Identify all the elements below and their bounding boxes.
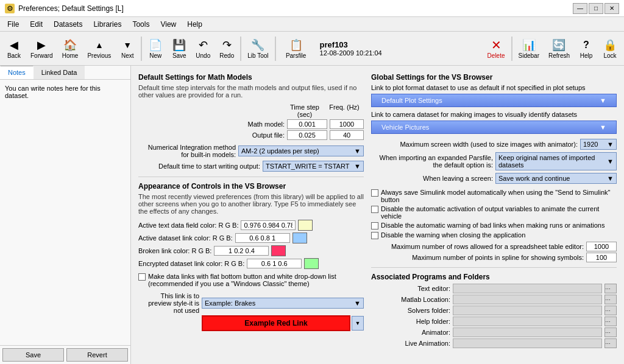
app-icon: ⚙ (5, 4, 15, 13)
red-link-dropdown-arrow[interactable]: ▼ (352, 316, 364, 331)
broken-link-color-input[interactable] (214, 246, 269, 256)
right-content: Global Settings for the VS Browser Link … (371, 73, 617, 357)
importing-dropdown[interactable]: Keep original names of imported datasets… (495, 152, 617, 170)
leaving-value: Save work and continue (498, 175, 570, 182)
parsfile-label: Parsfile (286, 52, 306, 59)
simulink-checkbox[interactable] (371, 189, 378, 197)
output-file-time-step[interactable] (287, 130, 327, 140)
undo-icon: ↶ (196, 38, 210, 52)
max-rows-input[interactable] (586, 242, 617, 251)
back-button[interactable]: ◀ Back (2, 33, 26, 64)
associated-programs-title: Associated Programs and Folders (371, 273, 617, 281)
active-text-color-input[interactable] (241, 220, 296, 230)
color-row-2: Active dataset link color: R G B: (138, 233, 364, 243)
help-button[interactable]: ? Help (575, 33, 598, 64)
help-label: Help (580, 52, 593, 59)
live-animation-row: Live Animation: … (371, 338, 617, 348)
max-points-label: Maximum number of points in spline for s… (371, 254, 584, 261)
default-settings-title: Default Settings for Math Models (138, 73, 364, 82)
preview-example-dropdown[interactable]: Example: Brakes ▼ (202, 298, 364, 309)
redo-button[interactable]: ↷ Redo (215, 33, 238, 64)
divider-2 (371, 267, 617, 268)
bad-links-checkbox[interactable] (371, 222, 378, 229)
animator-browse[interactable]: … (604, 327, 617, 337)
new-button[interactable]: 📄 New (144, 33, 167, 64)
math-model-time-step[interactable] (287, 119, 327, 129)
bottom-buttons: Save Revert (0, 345, 130, 364)
refresh-label: Refresh (548, 52, 570, 59)
red-link-button[interactable]: Example Red Link (202, 315, 350, 331)
left-panel: Notes Linked Data You can write notes he… (0, 66, 131, 364)
active-dataset-color-swatch (292, 233, 307, 243)
save-bottom-button[interactable]: Save (2, 348, 64, 362)
next-label: Next (121, 52, 134, 59)
closing-warning-checkbox[interactable] (371, 232, 378, 239)
preview-example-value: Example: Brakes (205, 299, 255, 307)
default-plot-settings-label: Default Plot Settings (381, 97, 442, 104)
help-folder-browse[interactable]: … (604, 317, 617, 326)
delete-label: Delete (488, 52, 505, 59)
content-area: Default Settings for Math Models Default… (131, 66, 624, 364)
maximize-button[interactable]: □ (589, 3, 603, 14)
menu-datasets[interactable]: Datasets (49, 19, 87, 30)
encrypted-link-color-input[interactable] (247, 259, 302, 268)
previous-label: Previous (87, 52, 111, 59)
menu-view[interactable]: View (155, 19, 181, 30)
solvers-browse[interactable]: … (604, 306, 617, 315)
output-file-freq[interactable] (330, 130, 364, 140)
menu-edit[interactable]: Edit (25, 19, 48, 30)
encrypted-link-color-swatch (304, 258, 319, 269)
vehicle-pictures-button[interactable]: Vehicle Pictures ▼ (371, 121, 617, 134)
save-label: Save (172, 52, 186, 59)
libtool-label: Lib Tool (247, 52, 268, 59)
refresh-button[interactable]: 🔄 Refresh (544, 33, 574, 64)
dropdown-arrow: ▼ (354, 147, 361, 155)
text-editor-browse[interactable]: … (604, 284, 617, 293)
default-time-dropdown[interactable]: TSTART_WRITE = TSTART ▼ (263, 161, 364, 172)
active-dataset-color-input[interactable] (235, 233, 290, 243)
libtool-button[interactable]: 🔧 Lib Tool (243, 33, 272, 64)
revert-button[interactable]: Revert (66, 348, 128, 362)
home-icon: 🏠 (63, 38, 77, 52)
text-editor-label: Text editor: (371, 285, 450, 292)
flat-button-checkbox[interactable] (138, 273, 146, 281)
math-model-freq[interactable] (330, 119, 364, 129)
col-freq: Freq. (Hz) (326, 103, 363, 118)
output-variables-checkbox[interactable] (371, 206, 378, 213)
default-plot-settings-button[interactable]: Default Plot Settings ▼ (371, 94, 617, 107)
max-points-input[interactable] (586, 253, 617, 262)
save-icon: 💾 (172, 38, 186, 52)
color-row-3: Broken link color: R G B: (138, 245, 364, 256)
menu-file[interactable]: File (2, 19, 24, 30)
encrypted-link-color-label: Encrypted dataset link color: R G B: (138, 260, 244, 267)
delete-button[interactable]: ✕ Delete (483, 33, 509, 64)
new-label: New (149, 52, 161, 59)
next-button[interactable]: ▼ Next (116, 33, 139, 64)
undo-button[interactable]: ↶ Undo (191, 33, 214, 64)
parsfile-button[interactable]: 📋 Parsfile (278, 33, 314, 64)
simulink-label: Always save Simulink model automatically… (381, 189, 617, 203)
max-screen-dropdown[interactable]: 1920 ▼ (580, 139, 617, 150)
active-text-color-label: Active text data field color: R G B: (138, 222, 238, 229)
home-button[interactable]: 🏠 Home (58, 33, 83, 64)
tab-notes[interactable]: Notes (0, 66, 34, 79)
forward-button[interactable]: ▶ Forward (26, 33, 57, 64)
lock-button[interactable]: 🔒 Lock (598, 33, 622, 64)
numerical-integration-dropdown[interactable]: AM-2 (2 updates per step) ▼ (238, 145, 364, 156)
active-dataset-color-label: Active dataset link color: R G B: (138, 234, 233, 242)
save-button[interactable]: 💾 Save (168, 33, 191, 64)
close-button[interactable]: ✕ (604, 3, 619, 14)
menu-tools[interactable]: Tools (127, 19, 154, 30)
toolbar-divider-1 (141, 37, 142, 61)
tab-linked-data[interactable]: Linked Data (34, 66, 85, 79)
previous-button[interactable]: ▲ Previous (83, 33, 115, 64)
matlab-browse[interactable]: … (604, 295, 617, 304)
refresh-icon: 🔄 (551, 38, 566, 52)
leaving-dropdown[interactable]: Save work and continue ▼ (495, 173, 617, 184)
minimize-button[interactable]: — (573, 3, 587, 14)
live-animation-browse[interactable]: … (604, 338, 617, 348)
menu-libraries[interactable]: Libraries (88, 19, 126, 30)
sidebar-button[interactable]: 📊 Sidebar (514, 33, 544, 64)
menu-help[interactable]: Help (182, 19, 207, 30)
parsfile-icon: 📋 (289, 38, 303, 52)
